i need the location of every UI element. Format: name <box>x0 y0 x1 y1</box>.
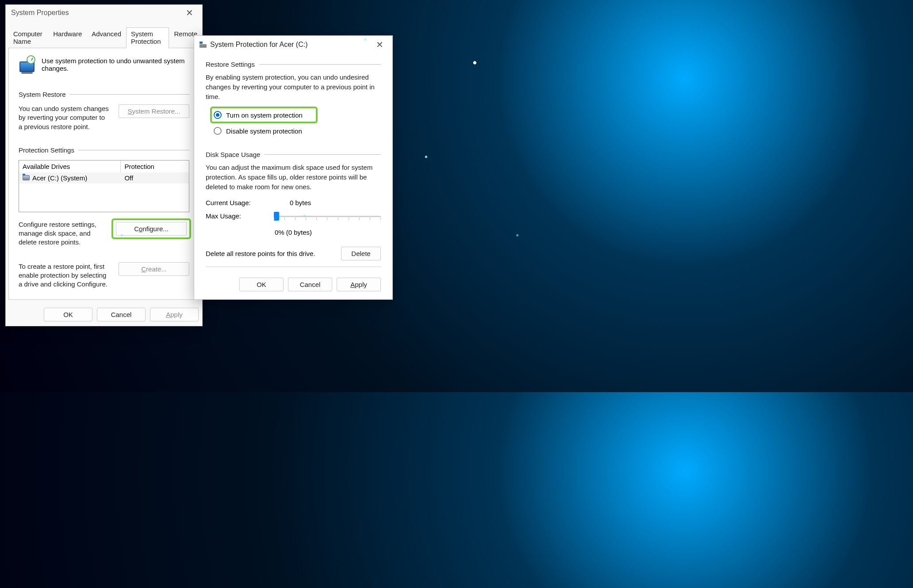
window-title: System Properties <box>11 9 69 17</box>
cancel-button[interactable]: Cancel <box>288 278 332 291</box>
cancel-button[interactable]: Cancel <box>97 308 146 321</box>
configure-button[interactable]: Configure... <box>116 222 187 236</box>
disk-space-desc: You can adjust the maximum disk space us… <box>206 163 381 191</box>
radio-disable-label: Disable system protection <box>226 127 302 135</box>
divider <box>69 94 189 95</box>
drive-protection-status: Off <box>121 172 189 183</box>
divider <box>206 267 381 267</box>
system-protection-dialog: System Protection for Acer (C:) ✕ Restor… <box>194 35 393 300</box>
current-usage-value: 0 bytes <box>290 199 311 206</box>
ok-button[interactable]: OK <box>239 278 284 291</box>
tab-page: Use system protection to undo unwanted s… <box>8 48 199 300</box>
apply-button[interactable]: Apply <box>337 278 381 291</box>
tab-system-protection[interactable]: System Protection <box>126 27 169 48</box>
configure-desc: Configure restore settings, manage disk … <box>19 220 104 247</box>
radio-turn-on-label: Turn on system protection <box>226 111 303 119</box>
ok-button[interactable]: OK <box>44 308 92 321</box>
radio-disable[interactable] <box>214 127 222 135</box>
drive-name: Acer (C:) (System) <box>32 174 87 182</box>
max-usage-value: 0% (0 bytes) <box>206 229 381 236</box>
tab-strip: Computer Name Hardware Advanced System P… <box>6 27 202 48</box>
system-restore-button[interactable]: System Restore... <box>119 104 189 118</box>
close-icon[interactable]: ✕ <box>181 8 198 18</box>
drive-icon <box>23 175 30 180</box>
configure-highlight: Configure... <box>113 220 189 237</box>
intro-text: Use system protection to undo unwanted s… <box>42 56 189 72</box>
dialog-footer: OK Cancel Apply <box>194 278 392 299</box>
restore-settings-desc: By enabling system protection, you can u… <box>206 73 381 101</box>
delete-desc: Delete all restore points for this drive… <box>206 250 315 257</box>
delete-button[interactable]: Delete <box>341 247 381 260</box>
max-usage-slider[interactable] <box>274 211 381 222</box>
titlebar[interactable]: System Properties ✕ <box>6 5 202 19</box>
system-properties-window: System Properties ✕ Computer Name Hardwa… <box>5 4 203 326</box>
system-restore-desc: You can undo system changes by reverting… <box>19 104 110 131</box>
divider <box>78 150 189 150</box>
col-available-drives: Available Drives <box>19 160 121 172</box>
dialog-footer: OK Cancel Apply <box>6 303 202 326</box>
divider <box>259 64 381 65</box>
tab-advanced[interactable]: Advanced <box>87 27 126 48</box>
dialog-title: System Protection for Acer (C:) <box>210 41 308 49</box>
apply-button[interactable]: Apply <box>150 308 199 321</box>
radio-turn-on[interactable] <box>214 111 222 119</box>
create-button[interactable]: Create... <box>119 262 189 276</box>
protection-settings-heading: Protection Settings <box>19 146 74 154</box>
tab-computer-name[interactable]: Computer Name <box>8 27 48 48</box>
table-empty-area <box>19 183 189 212</box>
disk-space-heading: Disk Space Usage <box>206 151 260 158</box>
system-protection-icon <box>19 56 35 75</box>
drives-table[interactable]: Available Drives Protection Acer (C:) (S… <box>19 160 189 212</box>
table-row[interactable]: Acer (C:) (System) Off <box>19 172 189 183</box>
restore-settings-heading: Restore Settings <box>206 61 255 68</box>
divider <box>265 154 381 155</box>
drive-icon <box>199 42 207 48</box>
create-desc: To create a restore point, first enable … <box>19 262 110 289</box>
tab-hardware[interactable]: Hardware <box>48 27 87 48</box>
col-protection: Protection <box>121 160 189 172</box>
titlebar[interactable]: System Protection for Acer (C:) ✕ <box>194 36 392 51</box>
system-restore-heading: System Restore <box>19 91 66 98</box>
turn-on-highlight: Turn on system protection <box>212 108 316 122</box>
max-usage-label: Max Usage: <box>206 212 243 220</box>
close-icon[interactable]: ✕ <box>372 39 388 50</box>
current-usage-label: Current Usage: <box>206 199 263 206</box>
